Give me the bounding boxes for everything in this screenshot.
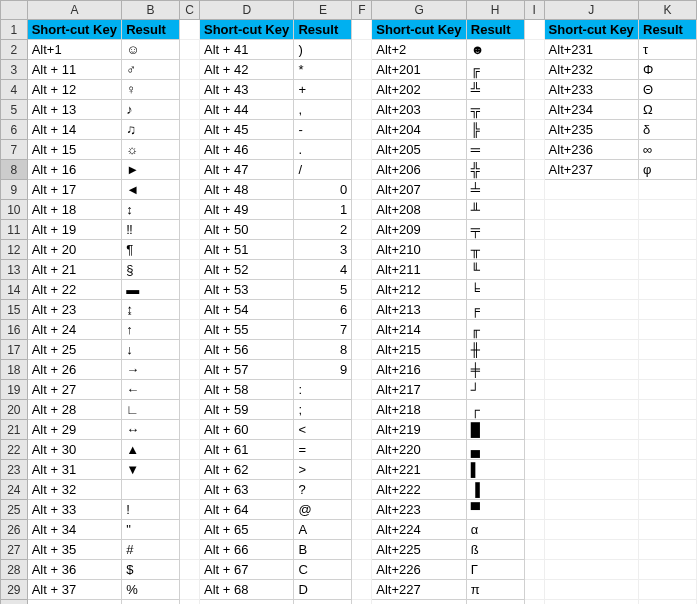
cell-G30[interactable]: Alt+228 [372,600,467,605]
cell-G23[interactable]: Alt+221 [372,460,467,480]
cell-G4[interactable]: Alt+202 [372,80,467,100]
row-header-25[interactable]: 25 [1,500,28,520]
cell-B30[interactable]: & [122,600,180,605]
cell-K30[interactable] [639,600,697,605]
cell-G18[interactable]: Alt+216 [372,360,467,380]
row-header-16[interactable]: 16 [1,320,28,340]
cell-H26[interactable]: α [466,520,524,540]
cell-A19[interactable]: Alt + 27 [27,380,122,400]
header-shortcut-A[interactable]: Short-cut Key [27,20,122,40]
cell-J10[interactable] [544,200,639,220]
cell-E22[interactable]: = [294,440,352,460]
col-header-B[interactable]: B [122,1,180,20]
row-header-2[interactable]: 2 [1,40,28,60]
cell-J24[interactable] [544,480,639,500]
cell-G6[interactable]: Alt+204 [372,120,467,140]
cell-E5[interactable]: , [294,100,352,120]
cell-H18[interactable]: ╪ [466,360,524,380]
cell-E7[interactable]: . [294,140,352,160]
cell-D12[interactable]: Alt + 51 [199,240,294,260]
cell-E23[interactable]: > [294,460,352,480]
cell-B25[interactable]: ! [122,500,180,520]
cell-H20[interactable]: ┌ [466,400,524,420]
cell-B22[interactable]: ▲ [122,440,180,460]
cell-K3[interactable]: Φ [639,60,697,80]
cell-E12[interactable]: 3 [294,240,352,260]
cell-B21[interactable]: ↔ [122,420,180,440]
cell-J14[interactable] [544,280,639,300]
cell-J30[interactable] [544,600,639,605]
cell-J4[interactable]: Alt+233 [544,80,639,100]
cell-J26[interactable] [544,520,639,540]
select-all-corner[interactable] [1,1,28,20]
cell-G27[interactable]: Alt+225 [372,540,467,560]
cell-K23[interactable] [639,460,697,480]
cell-J2[interactable]: Alt+231 [544,40,639,60]
cell-H22[interactable]: ▄ [466,440,524,460]
cell-K7[interactable]: ∞ [639,140,697,160]
header-result-E[interactable]: Result [294,20,352,40]
cell-A14[interactable]: Alt + 22 [27,280,122,300]
cell-G2[interactable]: Alt+2 [372,40,467,60]
row-header-30[interactable]: 30 [1,600,28,605]
cell-K12[interactable] [639,240,697,260]
cell-D10[interactable]: Alt + 49 [199,200,294,220]
cell-E21[interactable]: < [294,420,352,440]
cell-D14[interactable]: Alt + 53 [199,280,294,300]
cell-A2[interactable]: Alt+1 [27,40,122,60]
cell-A25[interactable]: Alt + 33 [27,500,122,520]
cell-B20[interactable]: ∟ [122,400,180,420]
cell-A6[interactable]: Alt + 14 [27,120,122,140]
cell-H17[interactable]: ╫ [466,340,524,360]
cell-B26[interactable]: " [122,520,180,540]
cell-A28[interactable]: Alt + 36 [27,560,122,580]
row-header-29[interactable]: 29 [1,580,28,600]
cell-K6[interactable]: δ [639,120,697,140]
col-header-J[interactable]: J [544,1,639,20]
col-header-A[interactable]: A [27,1,122,20]
cell-E11[interactable]: 2 [294,220,352,240]
cell-K18[interactable] [639,360,697,380]
row-header-13[interactable]: 13 [1,260,28,280]
cell-B8[interactable]: ► [122,160,180,180]
cell-B6[interactable]: ♫ [122,120,180,140]
cell-H19[interactable]: ┘ [466,380,524,400]
cell-B3[interactable]: ♂ [122,60,180,80]
cell-K26[interactable] [639,520,697,540]
cell-B5[interactable]: ♪ [122,100,180,120]
cell-E2[interactable]: ) [294,40,352,60]
cell-H15[interactable]: ╒ [466,300,524,320]
cell-J19[interactable] [544,380,639,400]
cell-A26[interactable]: Alt + 34 [27,520,122,540]
cell-D3[interactable]: Alt + 42 [199,60,294,80]
cell-A7[interactable]: Alt + 15 [27,140,122,160]
cell-B27[interactable]: # [122,540,180,560]
cell-G7[interactable]: Alt+205 [372,140,467,160]
cell-K29[interactable] [639,580,697,600]
cell-J6[interactable]: Alt+235 [544,120,639,140]
cell-J22[interactable] [544,440,639,460]
cell-J3[interactable]: Alt+232 [544,60,639,80]
cell-A16[interactable]: Alt + 24 [27,320,122,340]
col-header-H[interactable]: H [466,1,524,20]
col-header-K[interactable]: K [639,1,697,20]
cell-E15[interactable]: 6 [294,300,352,320]
header-shortcut-J[interactable]: Short-cut Key [544,20,639,40]
cell-H11[interactable]: ╤ [466,220,524,240]
cell-D16[interactable]: Alt + 55 [199,320,294,340]
col-header-I[interactable]: I [524,1,544,20]
cell-A29[interactable]: Alt + 37 [27,580,122,600]
cell-A30[interactable]: Alt + 38 [27,600,122,605]
cell-K27[interactable] [639,540,697,560]
cell-E19[interactable]: : [294,380,352,400]
row-header-17[interactable]: 17 [1,340,28,360]
header-shortcut-G[interactable]: Short-cut Key [372,20,467,40]
cell-J15[interactable] [544,300,639,320]
cell-H21[interactable]: █ [466,420,524,440]
cell-E28[interactable]: C [294,560,352,580]
cell-A17[interactable]: Alt + 25 [27,340,122,360]
cell-A12[interactable]: Alt + 20 [27,240,122,260]
cell-E24[interactable]: ? [294,480,352,500]
cell-D27[interactable]: Alt + 66 [199,540,294,560]
cell-B7[interactable]: ☼ [122,140,180,160]
